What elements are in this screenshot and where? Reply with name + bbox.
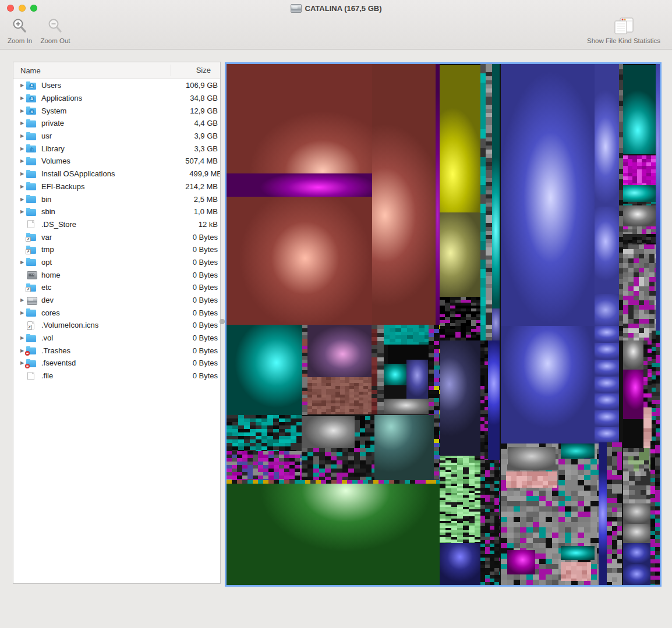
treemap-block[interactable] [595, 427, 619, 443]
show-file-kind-statistics-button[interactable]: Show File Kind Statistics [580, 17, 667, 44]
treemap-block[interactable] [486, 64, 492, 340]
table-row[interactable]: ▶↗var0 Bytes [13, 230, 220, 243]
file-name[interactable]: .VolumeIcon.icns [39, 321, 176, 329]
treemap-block[interactable] [227, 484, 440, 585]
treemap-canvas[interactable] [227, 64, 660, 585]
treemap-block[interactable] [307, 325, 372, 377]
table-row[interactable]: ▶.vol0 Bytes [13, 332, 220, 345]
file-name[interactable]: .vol [39, 333, 176, 342]
treemap-block[interactable] [302, 416, 355, 448]
treemap-block[interactable] [372, 325, 377, 414]
file-name[interactable]: home [39, 271, 176, 279]
file-name[interactable]: Applications [39, 94, 176, 102]
treemap-block[interactable] [623, 226, 656, 234]
treemap-block[interactable] [480, 340, 488, 460]
table-row[interactable]: ▶↗tmp0 Bytes [13, 243, 220, 256]
table-row[interactable]: ▶Volumes507,4 MB [13, 155, 220, 168]
table-row[interactable]: ▶cores0 Bytes [13, 306, 220, 319]
treemap-block[interactable] [227, 451, 302, 481]
treemap-block[interactable] [302, 448, 374, 481]
file-name[interactable]: var [39, 233, 176, 242]
zoom-out-button[interactable]: Zoom Out [36, 17, 75, 44]
treemap-block[interactable] [440, 543, 480, 585]
treemap-block[interactable] [406, 360, 428, 399]
treemap-block[interactable] [623, 471, 652, 503]
table-row[interactable]: ▶usr3,9 GB [13, 130, 220, 143]
treemap-block[interactable] [623, 65, 656, 154]
column-header-name[interactable]: Name [13, 66, 171, 75]
treemap-block[interactable] [227, 64, 372, 173]
table-row[interactable]: ▶bin2,5 MB [13, 193, 220, 205]
treemap-block[interactable] [372, 64, 436, 325]
disclosure-triangle[interactable]: ▶ [18, 133, 26, 139]
file-name[interactable]: etc [39, 283, 176, 292]
treemap-block[interactable] [623, 234, 656, 244]
treemap-block[interactable] [440, 65, 483, 212]
treemap-block[interactable] [384, 399, 429, 414]
disclosure-triangle[interactable]: ▶ [18, 158, 26, 164]
treemap-block[interactable] [302, 325, 307, 415]
file-name[interactable]: Users [39, 81, 176, 90]
treemap-block[interactable] [480, 64, 486, 340]
splitter-handle[interactable] [220, 319, 225, 324]
file-name[interactable]: System [39, 107, 176, 115]
treemap-block[interactable] [480, 460, 500, 585]
table-row[interactable]: ▶.fseventsd0 Bytes [13, 357, 220, 370]
disclosure-triangle[interactable]: ▶ [18, 260, 26, 265]
disclosure-triangle[interactable]: ▶ [18, 335, 26, 340]
file-name[interactable]: dev [39, 296, 176, 304]
treemap-block[interactable] [492, 64, 500, 308]
file-name[interactable]: .fseventsd [39, 359, 176, 367]
file-name[interactable]: Install OSApplications [39, 169, 176, 178]
file-name[interactable]: sbin [39, 207, 176, 216]
treemap-block[interactable] [307, 377, 372, 414]
treemap-block[interactable] [561, 546, 595, 560]
treemap-block[interactable] [227, 325, 302, 415]
treemap-block[interactable] [619, 64, 623, 340]
treemap-block[interactable] [595, 360, 619, 377]
file-name[interactable]: cores [39, 308, 176, 317]
treemap-block[interactable] [227, 415, 302, 451]
table-row[interactable]: ▶sbin1,0 MB [13, 205, 220, 218]
file-name[interactable]: bin [39, 195, 176, 204]
disclosure-triangle[interactable]: ▶ [18, 120, 26, 126]
treemap-block[interactable] [595, 410, 619, 427]
table-row[interactable]: ▶↗etc0 Bytes [13, 281, 220, 294]
treemap-block[interactable] [623, 448, 652, 471]
disclosure-triangle[interactable]: ▶ [18, 184, 26, 189]
treemap-block[interactable] [384, 325, 429, 345]
table-row[interactable]: ▶private4,4 GB [13, 117, 220, 130]
treemap-block[interactable] [440, 297, 483, 340]
treemap-block[interactable] [650, 441, 660, 585]
column-header-size[interactable]: Size [171, 65, 220, 76]
file-name[interactable]: Library [39, 144, 176, 153]
treemap-block[interactable] [595, 207, 619, 294]
file-name[interactable]: usr [39, 132, 176, 140]
file-name[interactable]: tmp [39, 245, 176, 254]
treemap-block[interactable] [561, 443, 595, 459]
treemap-block[interactable] [623, 370, 643, 419]
table-row[interactable]: ▶AApplications34,8 GB [13, 92, 220, 105]
table-row[interactable]: ▶dev0 Bytes [13, 294, 220, 307]
treemap-block[interactable] [623, 503, 650, 524]
treemap-block[interactable] [506, 471, 557, 488]
disclosure-triangle[interactable]: ▶ [18, 310, 26, 315]
table-row[interactable]: ▶EFI-Backups214,2 MB [13, 180, 220, 193]
table-row[interactable]: ▶↗.VolumeIcon.icns0 Bytes [13, 319, 220, 332]
treemap-block[interactable] [643, 340, 652, 407]
treemap-block[interactable] [440, 212, 483, 297]
table-row[interactable]: ▶home0 Bytes [13, 268, 220, 281]
treemap-block[interactable] [384, 364, 406, 385]
table-row[interactable]: ▶.file0 Bytes [13, 370, 220, 382]
treemap-block[interactable] [595, 64, 619, 207]
treemap-block[interactable] [595, 377, 619, 393]
treemap-block[interactable] [561, 562, 591, 581]
treemap-block[interactable] [623, 185, 656, 202]
treemap-block[interactable] [374, 415, 434, 480]
table-row[interactable]: ▶Users106,9 GB [13, 79, 220, 92]
treemap-block[interactable] [599, 442, 607, 585]
treemap-block[interactable] [623, 205, 656, 226]
treemap-block[interactable] [440, 340, 483, 456]
treemap-block[interactable] [377, 325, 384, 414]
file-name[interactable]: .DS_Store [39, 220, 176, 229]
